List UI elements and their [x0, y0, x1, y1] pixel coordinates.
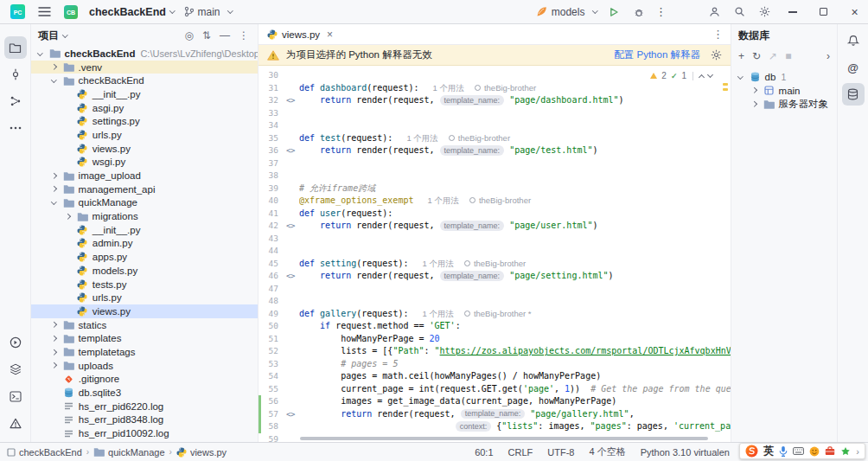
ime-collapse-icon[interactable]: › [856, 446, 859, 457]
tree-chevron-icon[interactable] [51, 77, 56, 82]
code-line[interactable]: 32<> return render(request, template_nam… [258, 94, 731, 107]
code-line[interactable]: 55 current_page = int(request.GET.get('p… [258, 383, 731, 396]
tree-item[interactable]: urls.py [31, 128, 258, 142]
gutter-template-icon[interactable] [286, 170, 299, 182]
emoji-icon[interactable] [809, 446, 820, 457]
mic-icon[interactable] [779, 445, 788, 457]
branch-widget[interactable]: main [184, 6, 233, 18]
code-line[interactable]: 37 [258, 157, 731, 170]
tree-item[interactable]: templatetags [31, 345, 258, 359]
tree-chevron-icon[interactable] [51, 349, 56, 355]
tree-item[interactable]: .gitignore [31, 373, 258, 387]
run-button[interactable] [605, 3, 622, 21]
next-problem-icon[interactable] [707, 72, 713, 78]
hide-panel-icon[interactable]: — [220, 29, 230, 42]
prev-problem-icon[interactable] [699, 74, 705, 80]
error-stripe-mark[interactable] [723, 83, 728, 86]
database-tool-icon[interactable] [842, 83, 865, 106]
code-line[interactable]: 56 images = get_image_data(current_page,… [258, 395, 731, 408]
user-account-icon[interactable] [705, 3, 723, 21]
close-button[interactable]: × [843, 0, 866, 24]
project-root[interactable]: checkBackEndC:\Users\LvZhifeng\Desktop\q… [31, 47, 258, 61]
tree-chevron-icon[interactable] [51, 199, 56, 204]
code-line[interactable]: 53 # pages = 5 [258, 358, 731, 371]
gutter-template-icon[interactable] [286, 233, 299, 246]
code-line[interactable]: 45def setting(request):1 个用法theBig-broth… [258, 258, 731, 271]
configure-interpreter-link[interactable]: 配置 Python 解释器 [614, 48, 700, 61]
ai-assistant-icon[interactable]: @ [842, 56, 865, 79]
ime-mode-indicator[interactable]: 英 [763, 444, 774, 458]
gutter-template-icon[interactable]: <> [286, 144, 299, 157]
gutter-template-icon[interactable] [286, 295, 299, 308]
tree-chevron-icon[interactable] [751, 87, 756, 93]
tree-item[interactable]: __init__.py [31, 87, 258, 101]
tab-views-py[interactable]: views.py × [258, 24, 340, 44]
gutter-template-icon[interactable] [286, 132, 299, 145]
database-panel-title[interactable]: 数据库 [738, 29, 769, 43]
tree-item[interactable]: hs_err_pid10092.log [31, 426, 258, 440]
gutter-template-icon[interactable] [286, 195, 299, 208]
gutter-template-icon[interactable] [286, 82, 299, 95]
gutter-template-icon[interactable] [286, 320, 299, 333]
tree-chevron-icon[interactable] [751, 101, 756, 106]
tree-chevron-icon[interactable] [51, 336, 56, 341]
gutter-template-icon[interactable] [286, 182, 299, 195]
project-tool-icon[interactable] [4, 36, 27, 59]
code-editor[interactable]: 3031def dashboard(request):1 个用法theBig-b… [258, 67, 731, 442]
run-config-widget[interactable]: models [536, 6, 597, 18]
notifications-icon[interactable] [842, 29, 865, 52]
gutter-template-icon[interactable] [286, 208, 299, 221]
gutter-template-icon[interactable]: <> [286, 220, 299, 233]
toolbox-icon[interactable] [825, 446, 835, 456]
expand-collapse-icon[interactable]: ⇅ [202, 29, 211, 42]
tree-chevron-icon[interactable] [51, 64, 56, 69]
tree-item[interactable]: wsgi.py [31, 156, 258, 170]
gutter-template-icon[interactable] [286, 258, 299, 271]
db-node[interactable]: db1 [731, 70, 837, 84]
gutter-template-icon[interactable] [286, 345, 299, 358]
minimize-button[interactable] [781, 0, 804, 24]
tree-item[interactable]: __init__.py [31, 223, 258, 237]
problems-icon[interactable] [4, 412, 27, 434]
tree-item[interactable]: image_upload [31, 169, 258, 182]
gutter-template-icon[interactable] [286, 333, 299, 346]
tree-item[interactable]: db.sqlite3 [31, 386, 258, 400]
tree-item[interactable]: models.py [31, 264, 258, 278]
code-line[interactable]: 40@xframe_options_exempt1 个用法theBig-brot… [258, 195, 731, 208]
tree-item[interactable]: migrations [31, 209, 258, 223]
code-line[interactable]: 39# 允许iframe跨域 [258, 182, 731, 195]
code-line[interactable]: 35def test(request):1 个用法theBig-brother [258, 132, 731, 145]
gutter-template-icon[interactable] [286, 308, 299, 321]
terminal-icon[interactable] [4, 385, 27, 407]
commit-tool-icon[interactable] [4, 63, 27, 86]
tree-item[interactable]: admin.py [31, 237, 258, 251]
tree-chevron-icon[interactable] [737, 74, 743, 79]
code-line[interactable]: 51 howManyPerPage = 20 [258, 333, 731, 346]
code-line[interactable]: 49def gallery(request):1 个用法theBig-broth… [258, 308, 731, 321]
jump-to-console-icon[interactable]: ↗ [769, 50, 777, 62]
code-line[interactable]: 46<> return render(request, template_nam… [258, 270, 731, 283]
inspections-widget[interactable]: 2 ✓ 1 [646, 70, 717, 81]
services-icon[interactable] [4, 358, 27, 381]
caret-position[interactable]: 60:1 [475, 447, 493, 458]
tree-chevron-icon[interactable] [65, 214, 70, 219]
more-run-actions-icon[interactable]: ⋮ [655, 5, 667, 18]
close-tab-icon[interactable]: × [327, 29, 333, 41]
tree-item[interactable]: templates [31, 331, 258, 345]
tree-item[interactable]: settings.py [31, 114, 258, 128]
code-line[interactable]: 54 pages = math.ceil(howManyPages() / ho… [258, 370, 731, 383]
indent-style[interactable]: 4 个空格 [589, 445, 625, 458]
code-line[interactable]: 50 if request.method == 'GET': [258, 320, 731, 333]
project-panel-title[interactable]: 项目 [38, 29, 59, 43]
venv-folder[interactable]: .venv [31, 61, 258, 74]
tree-chevron-icon[interactable] [51, 173, 56, 178]
gutter-template-icon[interactable] [286, 69, 299, 82]
horizontal-scrollbar[interactable] [300, 437, 708, 440]
tree-item[interactable]: hs_err_pid6220.log [31, 400, 258, 413]
banner-settings-icon[interactable] [711, 49, 722, 61]
panel-options-icon[interactable]: ⋮ [239, 29, 249, 42]
python-interpreter[interactable]: Python 3.10 virtualen [641, 447, 730, 458]
gutter-template-icon[interactable] [286, 245, 299, 258]
code-line[interactable]: 36<> return render(request, template_nam… [258, 144, 731, 157]
tree-item[interactable]: management_api [31, 182, 258, 196]
